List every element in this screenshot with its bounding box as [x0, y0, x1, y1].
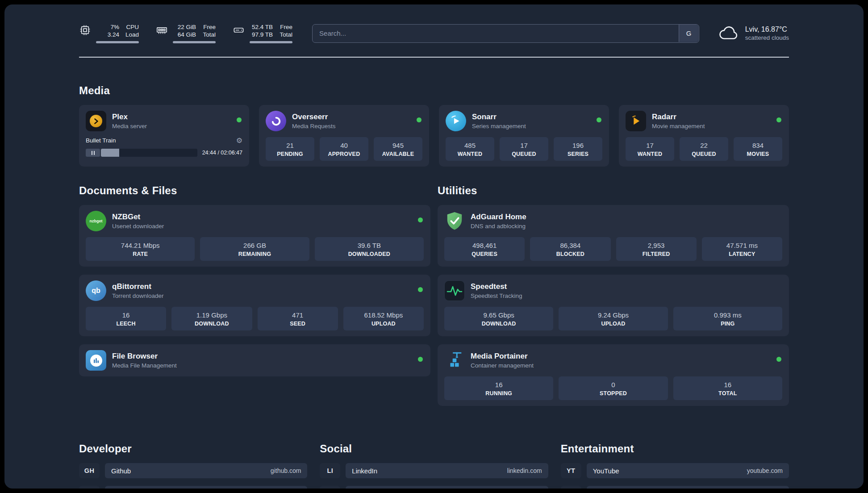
- section-title-utilities: Utilities: [438, 184, 789, 197]
- stat-remaining: 266 GBREMAINING: [200, 237, 309, 261]
- status-dot: [237, 117, 242, 122]
- app-subtitle: Movie management: [652, 122, 705, 130]
- app-subtitle: Container management: [471, 362, 534, 369]
- status-dot: [776, 117, 781, 122]
- stat-series: 196SERIES: [554, 137, 602, 161]
- app-name: Plex: [112, 112, 147, 121]
- stat-upload: 618.52 MbpsUPLOAD: [343, 307, 424, 330]
- social-section: Social LI LinkedInlinkedin.com TW Twitte…: [320, 443, 548, 489]
- app-name: AdGuard Home: [471, 212, 526, 221]
- app-name: NZBGet: [112, 212, 164, 221]
- app-card-sonarr[interactable]: Sonarr Series management 485WANTED 17QUE…: [439, 105, 609, 167]
- section-title-developer: Developer: [79, 443, 307, 455]
- app-card-portainer[interactable]: Media Portainer Container management 16R…: [438, 344, 789, 406]
- section-title-documents: Documents & Files: [79, 184, 430, 197]
- stat-download: 1.19 GbpsDOWNLOAD: [171, 307, 252, 330]
- bookmark-linkedin: LI LinkedInlinkedin.com: [320, 463, 548, 478]
- stat-available: 945AVAILABLE: [374, 137, 422, 161]
- stat-queued: 22QUEUED: [680, 137, 728, 161]
- search-bar: G: [312, 24, 699, 43]
- nzbget-icon: nzbget: [86, 211, 106, 231]
- stat-queued: 17QUEUED: [500, 137, 548, 161]
- stat-approved: 40APPROVED: [320, 137, 368, 161]
- adguard-icon: [444, 211, 465, 231]
- app-card-overseerr[interactable]: Overseerr Media Requests 21PENDING 40APP…: [259, 105, 429, 167]
- app-card-plex[interactable]: Plex Media server Bullet Train ⚙ 24:44 /…: [79, 105, 249, 167]
- section-title-social: Social: [320, 443, 548, 455]
- ram-total-label: Total: [203, 31, 216, 38]
- stat-ping: 0.993 msPING: [673, 307, 782, 330]
- app-name: Overseerr: [292, 112, 336, 121]
- stat-latency: 47.571 msLATENCY: [702, 237, 782, 261]
- stat-total: 16TOTAL: [673, 376, 782, 400]
- stat-pending: 21PENDING: [266, 137, 314, 161]
- status-dot: [417, 117, 421, 122]
- bookmark-link[interactable]: StackOverflowstackoverflow.com: [105, 486, 307, 489]
- app-card-speedtest[interactable]: Speedtest Speedtest Tracking 9.65 GbpsDO…: [438, 275, 789, 336]
- stat-download: 9.65 GbpsDOWNLOAD: [444, 307, 553, 330]
- bookmark-link[interactable]: Twittertwitter.com: [346, 486, 548, 489]
- status-dot: [776, 357, 781, 362]
- section-title-entertainment: Entertainment: [561, 443, 789, 455]
- app-card-radarr[interactable]: Radarr Movie management 17WANTED 22QUEUE…: [619, 105, 789, 167]
- stat-seed: 471SEED: [258, 307, 338, 330]
- filebrowser-icon: [86, 350, 106, 371]
- app-subtitle: Usenet downloader: [112, 222, 164, 230]
- cpu-chip-icon: [79, 24, 91, 36]
- system-metrics: 7%CPU 3.24Load 22 GiBFree 64 GiBTotal: [79, 23, 292, 43]
- disk-total-label: Total: [280, 31, 293, 38]
- bookmark-netflix: NF Netflixnetflix.com: [561, 486, 789, 489]
- app-subtitle: Media File Management: [112, 362, 177, 369]
- linkedin-icon: LI: [320, 463, 340, 478]
- utilities-column: Utilities AdGuard Home DNS and adblockin…: [438, 184, 789, 414]
- app-subtitle: Speedtest Tracking: [471, 292, 522, 300]
- stackoverflow-icon: SO: [79, 486, 100, 489]
- app-subtitle: DNS and adblocking: [471, 222, 526, 230]
- youtube-icon: YT: [561, 463, 581, 478]
- app-card-nzbget[interactable]: nzbget NZBGet Usenet downloader 744.21 M…: [79, 205, 430, 267]
- stat-leech: 16LEECH: [86, 307, 166, 330]
- now-playing-title: Bullet Train: [86, 137, 116, 144]
- section-title-media: Media: [79, 84, 789, 97]
- cloud-icon: [719, 26, 739, 41]
- stat-queries: 498,461QUERIES: [444, 237, 525, 261]
- playback-progress-fill: [101, 149, 119, 157]
- media-grid: Plex Media server Bullet Train ⚙ 24:44 /…: [79, 105, 789, 167]
- twitter-icon: TW: [320, 486, 340, 489]
- plex-icon: [86, 111, 106, 131]
- bookmark-link[interactable]: LinkedInlinkedin.com: [346, 463, 548, 478]
- memory-stick-icon: [156, 24, 168, 36]
- app-name: File Browser: [112, 351, 177, 361]
- stat-filtered: 2,953FILTERED: [616, 237, 697, 261]
- radarr-icon: [626, 111, 646, 131]
- bookmark-link[interactable]: Githubgithub.com: [105, 463, 307, 478]
- search-input[interactable]: [312, 24, 699, 43]
- ram-total-value: 64 GiB: [173, 31, 196, 38]
- app-subtitle: Media server: [112, 122, 147, 130]
- app-subtitle: Torrent downloader: [112, 292, 164, 300]
- qbittorrent-icon: qb: [86, 280, 106, 301]
- bookmark-link[interactable]: YouTubeyoutube.com: [587, 463, 789, 478]
- pause-icon: [92, 151, 95, 155]
- documents-column: Documents & Files nzbget NZBGet Usenet d…: [79, 184, 430, 414]
- search-engine-button[interactable]: G: [679, 25, 698, 42]
- app-name: Speedtest: [471, 282, 522, 291]
- stat-wanted: 485WANTED: [446, 137, 494, 161]
- bookmark-link[interactable]: Netflixnetflix.com: [587, 486, 789, 489]
- app-card-qbittorrent[interactable]: qb qBittorrent Torrent downloader 16LEEC…: [79, 275, 430, 336]
- app-subtitle: Media Requests: [292, 122, 336, 130]
- stat-blocked: 86,384BLOCKED: [530, 237, 610, 261]
- bookmark-github: GH Githubgithub.com: [79, 463, 307, 478]
- gear-icon[interactable]: ⚙: [236, 136, 242, 145]
- playback-progress-bar: [101, 149, 197, 157]
- app-card-filebrowser[interactable]: File Browser Media File Management: [79, 344, 430, 376]
- pause-button[interactable]: [86, 149, 100, 157]
- bookmark-stackoverflow: SO StackOverflowstackoverflow.com: [79, 486, 307, 489]
- speedtest-icon: [444, 280, 465, 301]
- app-name: Sonarr: [472, 112, 526, 121]
- disk-sparkline: [250, 41, 292, 43]
- ram-metric: 22 GiBFree 64 GiBTotal: [156, 23, 216, 43]
- status-dot: [418, 357, 423, 362]
- app-card-adguard[interactable]: AdGuard Home DNS and adblocking 498,461Q…: [438, 205, 789, 267]
- bookmark-youtube: YT YouTubeyoutube.com: [561, 463, 789, 478]
